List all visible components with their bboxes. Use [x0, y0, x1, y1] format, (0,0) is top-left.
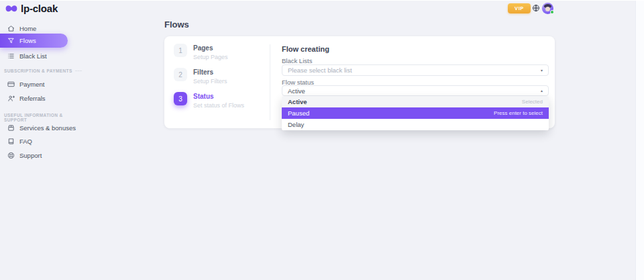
step-subtitle: Set status of Flows	[193, 102, 244, 109]
option-label: Paused	[288, 109, 309, 117]
black-lists-select[interactable]: Please select black list ▾	[282, 64, 549, 76]
sidebar-item-label: Home	[19, 25, 36, 32]
credit-card-icon	[7, 81, 15, 88]
wizard-step-filters[interactable]: 2 Filters Setup Filters	[174, 68, 227, 85]
step-title: Pages	[193, 44, 228, 52]
option-label: Delay	[288, 121, 304, 128]
vip-button[interactable]: VIP	[508, 3, 531, 13]
app-logo[interactable]: lp-cloak	[5, 3, 58, 14]
sidebar-item-payment[interactable]: Payment	[0, 79, 80, 89]
mask-logo-icon	[5, 4, 17, 13]
option-label: Active	[288, 98, 307, 105]
life-ring-icon	[7, 152, 15, 159]
step-subtitle: Setup Filters	[193, 78, 227, 85]
online-status-dot	[550, 10, 554, 14]
sidebar-item-flows[interactable]: Flows	[0, 34, 68, 48]
section-divider-dashes	[75, 71, 82, 71]
option-hint: Selected	[522, 99, 543, 105]
flow-status-select[interactable]: Active ▴	[282, 85, 549, 96]
referrals-person-icon	[7, 95, 15, 102]
page-title: Flows	[164, 19, 189, 30]
faq-book-icon	[7, 138, 15, 145]
flow-status-value: Active	[288, 87, 305, 95]
sidebar-item-label: FAQ	[19, 138, 32, 145]
section-title: USEFUL INFORMATION & SUPPORT	[4, 113, 79, 122]
sidebar-item-black-list[interactable]: Black List	[0, 50, 80, 61]
form-title: Flow creating	[282, 45, 329, 53]
card-vertical-divider	[270, 44, 270, 120]
sidebar-item-label: Flows	[19, 37, 36, 44]
wizard-step-status[interactable]: 3 Status Set status of Flows	[174, 92, 244, 109]
black-lists-label: Black Lists	[282, 57, 312, 64]
avatar-face	[545, 7, 550, 11]
step-subtitle: Setup Pages	[193, 54, 228, 60]
wizard-step-pages[interactable]: 1 Pages Setup Pages	[174, 44, 228, 60]
step-number: 3	[174, 92, 187, 105]
option-paused[interactable]: Paused Press enter to select	[282, 107, 549, 119]
step-title: Filters	[193, 68, 227, 77]
storefront-icon	[7, 124, 15, 132]
section-title: SUBSCRIPTION & PAYMENTS	[4, 68, 72, 73]
sidebar-item-referrals[interactable]: Referrals	[0, 93, 80, 103]
caret-down-icon: ▾	[541, 68, 543, 73]
caret-up-icon: ▴	[541, 89, 543, 93]
sidebar-item-label: Black List	[19, 52, 47, 60]
option-hint: Press enter to select	[494, 110, 543, 116]
step-number: 1	[174, 44, 187, 57]
sidebar-section-subscription: SUBSCRIPTION & PAYMENTS	[0, 68, 82, 73]
black-lists-placeholder: Please select black list	[288, 66, 352, 74]
flow-creating-card: 1 Pages Setup Pages 2 Filters Setup Filt…	[164, 36, 555, 128]
logo-text: lp-cloak	[21, 3, 58, 14]
sidebar-item-label: Referrals	[19, 95, 46, 102]
language-globe-icon[interactable]	[532, 4, 540, 12]
flow-status-dropdown: Active Selected Paused Press enter to se…	[282, 96, 549, 130]
option-active[interactable]: Active Selected	[282, 96, 549, 107]
sidebar-item-label: Support	[19, 152, 42, 159]
sidebar-item-support[interactable]: Support	[0, 150, 80, 160]
option-delay[interactable]: Delay	[282, 119, 549, 130]
sidebar-item-label: Payment	[19, 81, 45, 88]
scrollbar-track[interactable]	[635, 1, 644, 280]
step-number: 2	[174, 68, 187, 81]
step-title: Status	[193, 92, 244, 101]
sidebar-item-home[interactable]: Home	[0, 23, 80, 34]
sidebar-section-support: USEFUL INFORMATION & SUPPORT	[0, 113, 82, 122]
sidebar-item-faq[interactable]: FAQ	[0, 136, 80, 146]
sidebar-item-label: Services & bonuses	[19, 124, 76, 132]
sidebar-item-services[interactable]: Services & bonuses	[0, 122, 80, 133]
flows-icon	[7, 37, 15, 44]
list-icon	[7, 52, 15, 60]
home-icon	[7, 25, 15, 32]
